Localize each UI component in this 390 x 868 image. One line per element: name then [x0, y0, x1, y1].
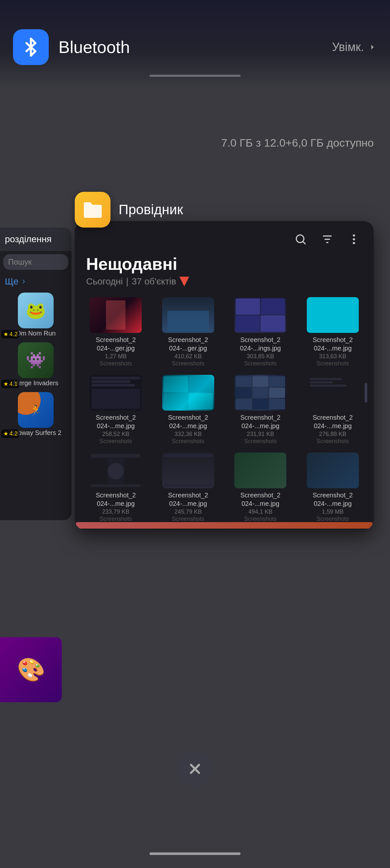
panel-section-label: розділення — [0, 227, 71, 251]
subway-icon: 🏃 — [18, 392, 54, 428]
file-name: Screenshot_2024-...ings.jpg — [240, 336, 281, 352]
bluetooth-label: Bluetooth — [59, 37, 332, 57]
file-name: Screenshot_2024-...me.jpg — [240, 491, 281, 508]
file-thumbnail — [307, 375, 359, 411]
fm-section-title: Нещодавні — [75, 251, 374, 274]
file-manager-card: Нещодавні Сьогодні | 37 об'єктів Screens… — [75, 221, 374, 530]
list-item[interactable]: Screenshot_2024-...me.jpg 231,91 KB Scre… — [224, 371, 297, 448]
partial-app-icon: 🎨 — [0, 637, 62, 702]
sidebar-item-merge[interactable]: 👾 ★ 4.1 Merge Invaders — [0, 340, 71, 390]
sidebar-item-subway[interactable]: 🏃 ★ 4.2 Subway Surfers 2 — [0, 390, 71, 439]
file-size: 332,36 KB — [174, 431, 202, 438]
file-thumbnail — [307, 297, 359, 333]
more-button[interactable]: Ще — [0, 273, 71, 290]
close-button[interactable] — [177, 751, 213, 787]
file-thumbnail — [234, 453, 286, 488]
file-name: Screenshot_2024-...me.jpg — [313, 413, 353, 430]
file-folder: Screenshots — [244, 516, 277, 522]
list-item[interactable]: Screenshot_2024-...me.jpg 313,63 KB Scre… — [297, 293, 369, 371]
file-name: Screenshot_2024-...ger.jpg — [96, 336, 136, 352]
file-size: 313,63 KB — [319, 353, 347, 360]
om-nom-icon: 🐸 — [18, 292, 54, 328]
file-name: Screenshot_2024-...me.jpg — [240, 413, 281, 430]
file-folder: Screenshots — [99, 360, 132, 367]
file-thumbnail — [90, 375, 142, 411]
sidebar-item-om-nom[interactable]: 🐸 ★ 4.2 Om Nom Run — [0, 290, 71, 340]
fm-subtitle-count: 37 об'єктів — [132, 276, 176, 287]
bottom-nav-bar — [150, 852, 240, 855]
filter-icon[interactable] — [319, 231, 336, 248]
list-item[interactable]: Screenshot_2024-...me.jpg 245,79 KB Scre… — [152, 448, 225, 526]
file-folder: Screenshots — [244, 438, 277, 445]
storage-info: 7.0 ГБ з 12.0+6,0 ГБ доступно — [221, 136, 374, 149]
file-thumbnail — [307, 453, 359, 488]
list-item[interactable]: Screenshot_2024-...ger.jpg 1,27 MB Scree… — [79, 293, 152, 371]
file-folder: Screenshots — [172, 516, 204, 522]
file-name: Screenshot_2024-...me.jpg — [313, 491, 353, 508]
file-folder: Screenshots — [317, 516, 349, 522]
file-size: 245,79 KB — [174, 508, 202, 515]
search-icon[interactable] — [292, 231, 309, 248]
file-manager-app-name: Провідник — [119, 202, 183, 217]
file-name: Screenshot_2024-...me.jpg — [168, 491, 208, 508]
file-thumbnail — [234, 297, 286, 333]
list-item[interactable]: Screenshot_2024-...ings.jpg 303,85 KB Sc… — [224, 293, 297, 371]
file-manager-app-icon[interactable] — [75, 192, 110, 227]
divider-bar — [150, 75, 240, 77]
fm-files-grid: Screenshot_2024-...ger.jpg 1,27 MB Scree… — [75, 293, 374, 530]
file-manager-label-area: Провідник — [75, 192, 183, 227]
search-bar[interactable]: Пошук — [3, 254, 68, 270]
file-name: Screenshot_2024-...me.jpg — [96, 413, 136, 430]
fm-subtitle-date: Сьогодні — [86, 276, 123, 287]
file-thumbnail — [162, 453, 214, 488]
file-size: 233,79 KB — [102, 508, 129, 515]
svg-point-4 — [353, 235, 355, 237]
list-item[interactable]: Screenshot_2024-...me.jpg 233,79 KB Scre… — [79, 448, 152, 526]
fm-subtitle: Сьогодні | 37 об'єктів — [75, 274, 374, 293]
file-thumbnail — [90, 297, 142, 333]
file-name: Screenshot_2024-...me.jpg — [168, 413, 208, 430]
file-folder: Screenshots — [244, 360, 277, 367]
file-size: 1,27 MB — [105, 353, 127, 360]
file-thumbnail — [162, 375, 214, 411]
svg-point-5 — [353, 238, 355, 241]
subway-rating: ★ 4.2 — [1, 429, 20, 438]
file-folder: Screenshots — [172, 438, 204, 445]
file-name: Screenshot_2024-...ger.jpg — [168, 336, 208, 352]
file-thumbnail — [234, 375, 286, 411]
file-size: 303,85 KB — [247, 353, 274, 360]
file-folder: Screenshots — [172, 360, 204, 367]
list-item[interactable]: Screenshot_2024-...ger.jpg 410,62 KB Scr… — [152, 293, 225, 371]
merge-icon: 👾 — [18, 342, 54, 378]
list-item[interactable]: Screenshot_2024-...me.jpg 332,36 KB Scre… — [152, 371, 225, 448]
merge-rating: ★ 4.1 — [1, 380, 20, 388]
svg-point-0 — [296, 235, 304, 243]
sort-icon — [180, 277, 189, 286]
file-size: 410,62 KB — [174, 353, 202, 360]
bluetooth-toggle-text: Увімк. — [332, 40, 364, 54]
list-item[interactable]: 90 Screenshot_2024-...bal.jpg 282,32 KB … — [79, 526, 152, 530]
file-folder: Screenshots — [317, 438, 349, 445]
file-size: 231,91 KB — [247, 431, 274, 438]
file-name: Screenshot_2024-...me.jpg — [96, 491, 136, 508]
file-folder: Screenshots — [99, 516, 132, 522]
list-item[interactable]: Screenshot_2024-...me.jpg 258,52 KB Scre… — [79, 371, 152, 448]
more-options-icon[interactable] — [346, 231, 362, 248]
file-thumbnail — [162, 297, 214, 333]
file-folder: Screenshots — [317, 360, 349, 367]
list-item[interactable]: Screenshot_2024-...me.jpg 494,1 KB Scree… — [224, 448, 297, 526]
file-size: 494,1 KB — [248, 508, 272, 515]
om-nom-rating: ★ 4.2 — [1, 330, 20, 338]
file-size: 276,88 KB — [319, 431, 347, 438]
file-size: 1,59 MB — [322, 508, 344, 515]
list-item[interactable]: Screenshot_2024-...me.jpg 1,59 MB Screen… — [297, 448, 369, 526]
svg-point-6 — [353, 242, 355, 244]
om-nom-name: Om Nom Run — [16, 330, 56, 337]
file-size: 258,52 KB — [102, 431, 129, 438]
file-folder: Screenshots — [99, 438, 132, 445]
left-app-panel: розділення Пошук Ще 🐸 ★ 4.2 Om Nom Run 👾… — [0, 227, 71, 520]
bluetooth-icon[interactable] — [13, 29, 49, 65]
file-name: Screenshot_2024-...me.jpg — [313, 336, 353, 352]
bluetooth-toggle[interactable]: Увімк. — [332, 40, 377, 54]
list-item[interactable]: Screenshot_2024-...me.jpg 276,88 KB Scre… — [297, 371, 369, 448]
